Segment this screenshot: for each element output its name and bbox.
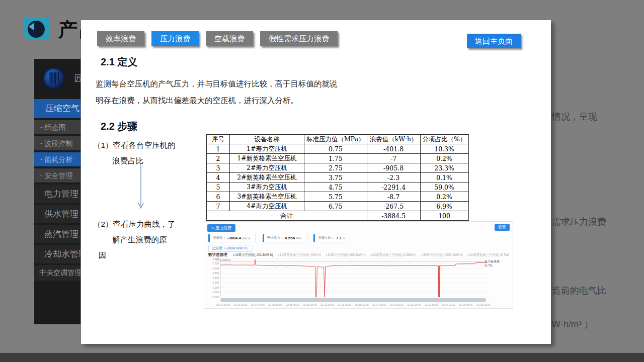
sidebar-item[interactable]: - 组态图 — [34, 120, 80, 134]
table-cell: 59.0% — [420, 183, 468, 192]
stat-box: 平均压力：0.554MPa — [263, 234, 307, 242]
svg-text:0.800: 0.800 — [212, 257, 219, 260]
table-cell: 23.3% — [420, 163, 468, 173]
tab-efficiency-waste[interactable]: 效率浪费 — [97, 31, 144, 46]
x-tick-label: 02-24 11:20 — [442, 303, 455, 306]
legend-dot-icon: ● — [421, 253, 423, 256]
waste-table-header: 序号设备名称标准压力值（MPa）浪费值（kW·h）分项占比（%） — [207, 135, 469, 144]
x-axis-labels: 02-01 00:0002-02 19:2002-04 14:4002-06 1… — [216, 303, 490, 306]
x-tick-label: 02-06 10:00 — [269, 303, 282, 306]
svg-text:0.400: 0.400 — [212, 277, 219, 280]
pressure-waste-badge: ✎压力浪费 — [207, 224, 235, 232]
x-tick-label: 02-26 06:40 — [459, 303, 473, 306]
svg-text:0.500: 0.500 — [212, 272, 219, 275]
definition-heading: 2.1 定义 — [101, 55, 137, 69]
definition-text: 监测每台空压机的产气压力，并与目标值进行比较，高于目标值的就说 明存在浪费，从而… — [96, 75, 377, 109]
back-to-main-button[interactable]: 返回主页面 — [467, 34, 521, 48]
company-name: 匠 — [74, 72, 80, 84]
sidebar: 匠 压缩空气- 组态图- 波段控制- 能耗分析- 安全管理电力管理供水管理蒸汽管… — [34, 59, 80, 324]
sidebar-item[interactable]: 中央空调管理 — [34, 265, 80, 281]
svg-text:0.700: 0.700 — [212, 262, 219, 265]
table-cell: 0.2% — [420, 192, 468, 202]
svg-text:0.100: 0.100 — [212, 291, 219, 294]
underlay-text: 需求压力浪费 — [552, 216, 606, 228]
table-cell: 10.3% — [420, 144, 468, 154]
step2-line1: （2）查看压力曲线，了 — [93, 216, 176, 232]
tab-unload-waste[interactable]: 空载浪费 — [206, 31, 253, 46]
table-cell: 6.75 — [304, 202, 367, 211]
total-waste-chip: 总浪费（-3884.6kW·h） — [208, 245, 253, 252]
sidebar-item[interactable]: 电力管理 — [34, 185, 80, 203]
company-logo-icon — [43, 67, 65, 89]
sidebar-item[interactable]: 蒸汽管理 — [34, 225, 80, 243]
stats-row: 浪费值：-3884.4(kW·h)平均压力：0.554MPa浪费占比：7.1% — [208, 234, 350, 242]
table-cell: 4 — [207, 173, 230, 183]
settings-button[interactable]: 设置 — [495, 224, 510, 231]
tab-false-demand-pressure-waste[interactable]: 假性需求压力浪费 — [260, 31, 338, 46]
tab-pressure-waste[interactable]: 压力浪费 — [151, 31, 199, 46]
table-cell: -401.8 — [367, 144, 420, 154]
underlay-text: 情况，呈现 — [552, 111, 597, 123]
table-cell: -267.5 — [367, 202, 420, 211]
sidebar-item[interactable]: - 安全管理 — [34, 168, 80, 183]
table-cell: 6 — [207, 192, 230, 202]
chart-scrollbar[interactable] — [220, 298, 486, 302]
step-1: （1）查看各台空压机的 浪费占比 — [93, 137, 176, 168]
table-header-cell: 标准压力值（MPa） — [304, 135, 367, 144]
x-tick-label: 02-22 16:00 — [425, 303, 438, 306]
tab-bar: 效率浪费 压力浪费 空载浪费 假性需求压力浪费 — [97, 31, 338, 46]
table-cell: 3#新英格索兰空压机 — [230, 192, 304, 202]
stat-box: 浪费值：-3884.4(kW·h) — [208, 234, 256, 242]
legend-dot-icon: ● — [370, 253, 372, 256]
logo-glyph — [49, 72, 59, 84]
table-row: 11#寿力空压机0.75-401.810.3% — [207, 144, 469, 154]
table-header-cell: 浪费值（kW·h） — [367, 135, 420, 144]
table-cell: 4#寿力空压机 — [230, 202, 304, 211]
table-cell: -2.3 — [367, 173, 420, 183]
definition-line1: 监测每台空压机的产气压力，并与目标值进行比较，高于目标值的就说 — [96, 75, 377, 92]
x-tick-label: 02-17 06:00 — [372, 303, 386, 306]
table-row: 42#新英格索兰空压机3.75-2.30.1% — [207, 173, 469, 183]
table-cell: 2 — [207, 154, 230, 163]
x-tick-label: 02-28 02:00 — [476, 303, 490, 306]
svg-text:0.200: 0.200 — [212, 286, 219, 289]
std-label-line1: 压力标准值 — [485, 260, 512, 264]
table-cell: 4.75 — [304, 183, 367, 192]
steps-heading: 2.2 步骤 — [101, 120, 137, 133]
underlay-text: 造前的电气比 — [552, 285, 606, 297]
table-cell: 合计 — [207, 211, 367, 221]
pencil-icon: ✎ — [211, 226, 214, 230]
back-icon[interactable] — [23, 18, 49, 40]
sidebar-item[interactable]: - 能耗分析 — [34, 152, 80, 166]
table-cell: 2#新英格索兰空压机 — [230, 173, 304, 183]
sidebar-item[interactable]: 压缩空气 — [34, 99, 80, 118]
table-cell: 6.9% — [420, 202, 468, 211]
legend-dot-icon: ● — [326, 253, 328, 256]
table-header-cell: 设备名称 — [230, 135, 304, 144]
x-tick-label: 02-04 14:40 — [251, 303, 265, 306]
x-tick-label: 02-19 01:20 — [390, 303, 404, 306]
x-tick-label: 02-01 00:00 — [216, 303, 230, 306]
table-cell: 0.1% — [420, 173, 468, 183]
sidebar-menu: 压缩空气- 组态图- 波段控制- 能耗分析- 安全管理电力管理供水管理蒸汽管理冷… — [34, 99, 80, 281]
sidebar-item[interactable]: 冷却水管理 — [34, 245, 80, 263]
svg-text:0.000: 0.000 — [212, 296, 219, 299]
table-cell: 2#寿力空压机 — [230, 163, 304, 173]
table-cell: -3884.5 — [367, 211, 420, 221]
waste-table-body: 11#寿力空压机0.75-401.810.3%21#新英格索兰空压机1.75-7… — [207, 144, 469, 221]
definition-line2: 明存在浪费，从而找出偏差最大的空压机，进行深入分析。 — [96, 92, 377, 109]
badge-label: 压力浪费 — [215, 226, 231, 230]
step2-line2: 解产生浪费的原 — [93, 232, 176, 247]
sidebar-item[interactable]: - 波段控制 — [34, 136, 80, 150]
content-panel: 效率浪费 压力浪费 空载浪费 假性需求压力浪费 返回主页面 2.1 定义 监测每… — [81, 20, 551, 344]
svg-text:0.300: 0.300 — [212, 281, 219, 284]
x-tick-label: 02-11 20:00 — [320, 303, 334, 306]
table-cell: -8.7 — [367, 192, 420, 202]
table-cell: -905.8 — [367, 163, 420, 173]
table-cell: 1#新英格索兰空压机 — [230, 154, 304, 163]
table-cell: -2291.4 — [367, 183, 420, 192]
sidebar-item[interactable]: 供水管理 — [34, 205, 80, 223]
table-row: 32#寿力空压机2.75-905.823.3% — [207, 163, 469, 173]
table-cell: 100 — [420, 211, 468, 221]
std-label-line2: (0.75) — [485, 264, 512, 268]
